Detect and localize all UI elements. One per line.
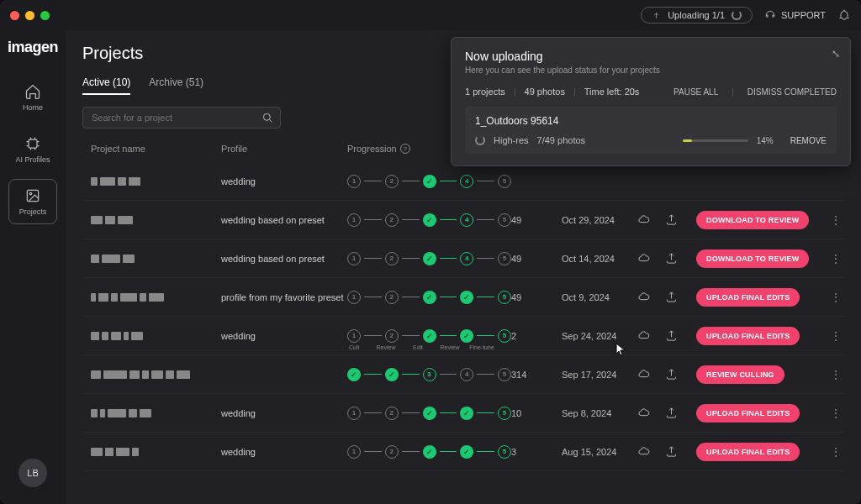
progress-step: 1: [347, 175, 361, 188]
svg-point-3: [263, 113, 270, 120]
kebab-icon[interactable]: ⋮: [827, 213, 844, 227]
step-label: Cull: [341, 344, 367, 350]
progress-step: 2: [385, 407, 399, 420]
remove-button[interactable]: REMOVE: [790, 136, 827, 145]
collapse-icon[interactable]: ⤡: [832, 48, 840, 60]
headphones-icon: [764, 9, 776, 21]
maximize-window[interactable]: [40, 11, 50, 20]
progress-step: 2: [385, 252, 399, 265]
project-thumbnails: [91, 177, 221, 186]
action-button[interactable]: UPLOAD FINAL EDITS: [696, 443, 800, 461]
progress-step: [423, 445, 436, 459]
row-date: Aug 15, 2024: [562, 447, 637, 457]
progress-step: 5: [498, 445, 511, 459]
support-link[interactable]: SUPPORT: [764, 9, 826, 21]
cloud-icon[interactable]: [637, 213, 650, 226]
uploading-pill[interactable]: Uploading 1/1: [641, 7, 753, 24]
cloud-icon[interactable]: [637, 445, 650, 458]
action-button[interactable]: DOWNLOAD TO REVIEW: [696, 211, 809, 229]
nav-home[interactable]: Home: [8, 75, 57, 120]
progress-step: [347, 368, 361, 381]
table-row[interactable]: wedding12510Sep 8, 2024UPLOAD FINAL EDIT…: [82, 394, 844, 433]
cloud-icon[interactable]: [637, 407, 650, 419]
minimize-window[interactable]: [25, 11, 34, 20]
row-icons: [637, 445, 696, 458]
tab-active[interactable]: Active (10): [82, 76, 130, 95]
progress-step: [460, 407, 473, 420]
table-row[interactable]: wedding based on preset124549Oct 29, 202…: [82, 201, 844, 239]
row-date: Sep 8, 2024: [562, 408, 637, 418]
action-button[interactable]: UPLOAD FINAL EDITS: [696, 288, 800, 307]
action-button[interactable]: UPLOAD FINAL EDITS: [696, 404, 800, 423]
row-profile: wedding: [221, 331, 347, 341]
svg-point-2: [29, 192, 32, 195]
support-label: SUPPORT: [781, 10, 826, 20]
row-images: 3: [511, 447, 562, 457]
action-button[interactable]: REVIEW CULLING: [696, 365, 784, 384]
nav-projects[interactable]: Projects: [8, 179, 57, 224]
pause-all-button[interactable]: PAUSE ALL: [673, 87, 718, 97]
share-icon[interactable]: [665, 252, 678, 265]
upload-icon: [652, 11, 661, 20]
row-icons: [637, 407, 696, 419]
kebab-icon[interactable]: ⋮: [827, 252, 844, 265]
upload-item-percent: 14%: [757, 136, 782, 145]
row-date: Oct 14, 2024: [562, 254, 637, 264]
action-button[interactable]: DOWNLOAD TO REVIEW: [696, 249, 809, 268]
kebab-icon[interactable]: ⋮: [827, 368, 844, 381]
progress-step: 4: [460, 368, 473, 381]
table-row[interactable]: wedding based on preset124549Oct 14, 202…: [82, 239, 844, 278]
row-progression: 1245: [347, 213, 511, 227]
share-icon[interactable]: [665, 407, 678, 419]
share-icon[interactable]: [665, 213, 678, 226]
progress-step: 1: [347, 329, 361, 343]
kebab-icon[interactable]: ⋮: [827, 445, 844, 459]
table-row[interactable]: profile from my favorite preset12549Oct …: [82, 278, 844, 317]
progress-step: 3: [423, 368, 436, 381]
step-label: Review: [437, 344, 462, 350]
cloud-icon[interactable]: [637, 252, 650, 265]
kebab-icon[interactable]: ⋮: [827, 329, 844, 343]
close-window[interactable]: [10, 11, 19, 20]
row-images: 314: [511, 370, 562, 380]
row-profile: wedding: [221, 447, 347, 457]
row-date: Oct 29, 2024: [562, 215, 637, 225]
col-profile: Profile: [221, 144, 347, 154]
row-icons: [637, 291, 696, 303]
cloud-icon[interactable]: [637, 368, 650, 381]
dismiss-completed-button[interactable]: DISMISS COMPLETED: [747, 87, 837, 97]
action-button[interactable]: UPLOAD FINAL EDITS: [696, 327, 800, 345]
cloud-icon[interactable]: [637, 291, 650, 303]
progress-step: 5: [498, 407, 511, 420]
share-icon[interactable]: [665, 329, 678, 342]
table-row[interactable]: wedding1253Aug 15, 2024UPLOAD FINAL EDIT…: [82, 433, 844, 471]
project-thumbnails: [91, 216, 221, 224]
panel-subtitle: Here you can see the upload status for y…: [465, 66, 837, 75]
progress-step: [460, 445, 473, 459]
nav-home-label: Home: [23, 103, 43, 112]
share-icon[interactable]: [665, 445, 678, 458]
table-row[interactable]: 345314Sep 17, 2024REVIEW CULLING⋮: [82, 355, 844, 394]
share-icon[interactable]: [665, 368, 678, 381]
row-profile: wedding: [221, 408, 347, 418]
nav-ai-profiles[interactable]: AI Profiles: [8, 127, 57, 172]
search-icon[interactable]: [261, 111, 274, 124]
bell-icon[interactable]: [837, 8, 851, 22]
progress-step: 1: [347, 445, 361, 459]
search-input[interactable]: [82, 107, 281, 129]
chip-icon: [24, 135, 41, 152]
kebab-icon[interactable]: ⋮: [827, 291, 844, 304]
table-row[interactable]: wedding1Cull2ReviewEditReview5Fine-tune2…: [82, 317, 844, 355]
user-avatar[interactable]: LB: [18, 459, 47, 487]
progress-step: 1: [347, 407, 361, 420]
table-row[interactable]: wedding1245: [82, 162, 844, 201]
help-icon[interactable]: ?: [400, 144, 410, 154]
progress-step: 4: [460, 175, 473, 188]
cloud-icon[interactable]: [637, 329, 650, 342]
share-icon[interactable]: [665, 291, 678, 303]
tab-archive[interactable]: Archive (51): [149, 76, 203, 95]
row-progression: 1245: [347, 252, 511, 265]
kebab-icon[interactable]: ⋮: [827, 407, 844, 420]
row-profile: wedding based on preset: [221, 254, 347, 264]
row-progression: 345: [347, 368, 511, 381]
